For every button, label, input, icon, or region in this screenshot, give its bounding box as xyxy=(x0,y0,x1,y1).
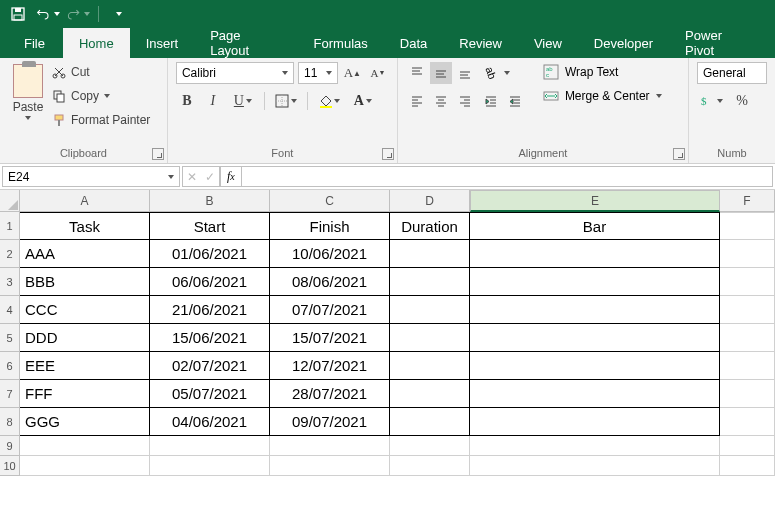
cell-D5[interactable] xyxy=(390,324,470,352)
cell-D1[interactable]: Duration xyxy=(390,212,470,240)
tab-home[interactable]: Home xyxy=(63,28,130,58)
cell-C1[interactable]: Finish xyxy=(270,212,390,240)
cell-E10[interactable] xyxy=(470,456,720,476)
merge-center-button[interactable]: Merge & Center xyxy=(536,86,669,106)
cell-D4[interactable] xyxy=(390,296,470,324)
col-F[interactable]: F xyxy=(720,190,775,212)
row-2[interactable]: 2 xyxy=(0,240,20,268)
cell-B7[interactable]: 05/07/2021 xyxy=(150,380,270,408)
col-A[interactable]: A xyxy=(20,190,150,212)
cell-B4[interactable]: 21/06/2021 xyxy=(150,296,270,324)
bold-button[interactable]: B xyxy=(176,90,198,112)
row-9[interactable]: 9 xyxy=(0,436,20,456)
cell-B9[interactable] xyxy=(150,436,270,456)
paste-button[interactable]: Paste xyxy=(8,62,48,128)
align-top-button[interactable] xyxy=(406,62,428,84)
select-all-corner[interactable] xyxy=(0,190,20,212)
cell-A4[interactable]: CCC xyxy=(20,296,150,324)
align-bottom-button[interactable] xyxy=(454,62,476,84)
accept-formula-icon[interactable]: ✓ xyxy=(205,170,215,184)
cell-F5[interactable] xyxy=(720,324,775,352)
number-format-select[interactable]: General xyxy=(697,62,767,84)
cell-F2[interactable] xyxy=(720,240,775,268)
customize-qat-icon[interactable] xyxy=(107,3,131,25)
cell-A8[interactable]: GGG xyxy=(20,408,150,436)
cell-F4[interactable] xyxy=(720,296,775,324)
cell-C6[interactable]: 12/07/2021 xyxy=(270,352,390,380)
alignment-dialog-launcher[interactable] xyxy=(673,148,685,160)
increase-font-icon[interactable]: A▲ xyxy=(342,62,364,84)
fx-icon[interactable]: fx xyxy=(220,166,242,187)
clipboard-dialog-launcher[interactable] xyxy=(152,148,164,160)
cell-C9[interactable] xyxy=(270,436,390,456)
row-8[interactable]: 8 xyxy=(0,408,20,436)
cell-C3[interactable]: 08/06/2021 xyxy=(270,268,390,296)
row-4[interactable]: 4 xyxy=(0,296,20,324)
cell-F9[interactable] xyxy=(720,436,775,456)
font-dialog-launcher[interactable] xyxy=(382,148,394,160)
cell-F8[interactable] xyxy=(720,408,775,436)
cell-D2[interactable] xyxy=(390,240,470,268)
cell-C4[interactable]: 07/07/2021 xyxy=(270,296,390,324)
save-icon[interactable] xyxy=(6,3,30,25)
tab-view[interactable]: View xyxy=(518,28,578,58)
cell-D7[interactable] xyxy=(390,380,470,408)
cell-A5[interactable]: DDD xyxy=(20,324,150,352)
col-E[interactable]: E xyxy=(470,190,720,212)
tab-page-layout[interactable]: Page Layout xyxy=(194,28,297,58)
cell-D8[interactable] xyxy=(390,408,470,436)
cell-C5[interactable]: 15/07/2021 xyxy=(270,324,390,352)
copy-button[interactable]: Copy xyxy=(52,86,150,106)
cell-A6[interactable]: EEE xyxy=(20,352,150,380)
row-5[interactable]: 5 xyxy=(0,324,20,352)
cell-D6[interactable] xyxy=(390,352,470,380)
cell-E1[interactable]: Bar xyxy=(470,212,720,240)
row-10[interactable]: 10 xyxy=(0,456,20,476)
cell-C10[interactable] xyxy=(270,456,390,476)
cell-C7[interactable]: 28/07/2021 xyxy=(270,380,390,408)
cell-E3[interactable] xyxy=(470,268,720,296)
fill-color-button[interactable] xyxy=(314,90,344,112)
cell-F1[interactable] xyxy=(720,212,775,240)
row-3[interactable]: 3 xyxy=(0,268,20,296)
cell-F10[interactable] xyxy=(720,456,775,476)
cell-A10[interactable] xyxy=(20,456,150,476)
tab-power-pivot[interactable]: Power Pivot xyxy=(669,28,769,58)
cell-A9[interactable] xyxy=(20,436,150,456)
cell-D10[interactable] xyxy=(390,456,470,476)
italic-button[interactable]: I xyxy=(202,90,224,112)
cell-E9[interactable] xyxy=(470,436,720,456)
cancel-formula-icon[interactable]: ✕ xyxy=(187,170,197,184)
format-painter-button[interactable]: Format Painter xyxy=(52,110,150,130)
cell-D9[interactable] xyxy=(390,436,470,456)
cell-E7[interactable] xyxy=(470,380,720,408)
cell-E4[interactable] xyxy=(470,296,720,324)
tab-review[interactable]: Review xyxy=(443,28,518,58)
row-1[interactable]: 1 xyxy=(0,212,20,240)
cell-A7[interactable]: FFF xyxy=(20,380,150,408)
accounting-format-button[interactable]: $ xyxy=(697,90,727,112)
formula-input[interactable] xyxy=(242,166,773,187)
tab-file[interactable]: File xyxy=(6,28,63,58)
cell-A2[interactable]: AAA xyxy=(20,240,150,268)
tab-developer[interactable]: Developer xyxy=(578,28,669,58)
font-name-select[interactable]: Calibri xyxy=(176,62,294,84)
cell-F6[interactable] xyxy=(720,352,775,380)
cell-F3[interactable] xyxy=(720,268,775,296)
cell-B3[interactable]: 06/06/2021 xyxy=(150,268,270,296)
tab-data[interactable]: Data xyxy=(384,28,443,58)
cell-B1[interactable]: Start xyxy=(150,212,270,240)
cell-E6[interactable] xyxy=(470,352,720,380)
decrease-font-icon[interactable]: A▼ xyxy=(367,62,389,84)
row-7[interactable]: 7 xyxy=(0,380,20,408)
cell-B8[interactable]: 04/06/2021 xyxy=(150,408,270,436)
orientation-button[interactable]: ab xyxy=(480,62,502,84)
tab-formulas[interactable]: Formulas xyxy=(298,28,384,58)
wrap-text-button[interactable]: abc Wrap Text xyxy=(536,62,669,82)
borders-button[interactable] xyxy=(271,90,301,112)
undo-icon[interactable] xyxy=(36,3,60,25)
cut-button[interactable]: Cut xyxy=(52,62,150,82)
col-B[interactable]: B xyxy=(150,190,270,212)
row-6[interactable]: 6 xyxy=(0,352,20,380)
indent-decrease-button[interactable] xyxy=(480,90,502,112)
